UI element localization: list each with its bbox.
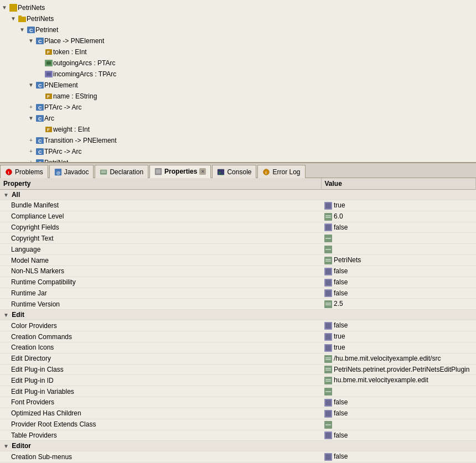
class-icon-petrinet: C (27, 25, 35, 34)
tree-node-petrinet-folder[interactable]: ▼ PetriNets (0, 13, 476, 24)
table-row[interactable]: Bundle Manifest true (0, 200, 476, 211)
svg-rect-91 (325, 433, 331, 438)
section-label-edit: Edit (12, 311, 24, 319)
section-row-editor[interactable]: ▼ Editor (0, 441, 476, 451)
toggle-petrinets[interactable]: ▼ (0, 3, 9, 13)
tree-node-name[interactable]: F name : EString (0, 91, 476, 102)
tree-node-petrinet-class[interactable]: + C PetriNet (0, 157, 476, 163)
table-row[interactable]: Copyright Text (0, 233, 476, 244)
toggle-petrinet[interactable]: ▼ (18, 25, 27, 35)
svg-rect-70 (325, 334, 331, 340)
tree-node-token[interactable]: F token : EInt (0, 46, 476, 58)
prop-value: false (321, 266, 476, 277)
prop-value: false (321, 430, 476, 441)
prop-value: false (321, 222, 476, 233)
toggle-transition[interactable]: + (27, 136, 35, 145)
toggle-place[interactable]: ▼ (27, 36, 35, 46)
tab-declaration[interactable]: Declaration (95, 165, 148, 178)
toggle-tparc[interactable]: + (27, 147, 35, 157)
tree-node-transition[interactable]: + C Transition -> PNElement (0, 135, 476, 146)
table-row[interactable]: Font Providers false (0, 397, 476, 408)
petrinets-icon (9, 3, 18, 12)
toggle-petrinet-class[interactable]: + (27, 158, 35, 163)
svg-rect-2 (18, 15, 22, 18)
tree-node-tparc[interactable]: + C TPArc -> Arc (0, 146, 476, 157)
table-row[interactable]: Edit Plug-in Variables (0, 386, 476, 397)
empty-value-icon (324, 388, 332, 396)
prop-value: true (321, 342, 476, 353)
tree-node-place[interactable]: ▼ C Place -> PNElement (0, 35, 476, 46)
table-row[interactable]: Model Name PetriNets (0, 255, 476, 266)
properties-table: Property Value ▼ All Bundle Manifest tru… (0, 178, 476, 463)
prop-name: Language (0, 244, 321, 255)
col-value-header: Value (321, 178, 476, 190)
section-toggle-editor[interactable]: ▼ (2, 443, 10, 449)
table-row[interactable]: Edit Plug-in Class PetriNets.petrinet.pr… (0, 364, 476, 375)
tree-node-petrinet[interactable]: ▼ C Petrinet (0, 24, 476, 35)
table-row[interactable]: Creation Sub-menus false (0, 451, 476, 462)
section-row-all[interactable]: ▼ All (0, 190, 476, 200)
prop-value: false (321, 397, 476, 408)
svg-text:C: C (38, 116, 42, 122)
table-row[interactable]: Compliance Level 6.0 (0, 211, 476, 222)
toggle-ptarc[interactable]: + (27, 102, 35, 112)
tree-node-arc[interactable]: ▼ C Arc (0, 113, 476, 124)
tree-node-ptarc[interactable]: + C PTArc -> Arc (0, 102, 476, 113)
tab-console[interactable]: >_ Console (212, 165, 256, 178)
prop-name: Copyright Fields (0, 222, 321, 233)
properties-panel: Property Value ▼ All Bundle Manifest tru… (0, 178, 476, 463)
prop-value (321, 244, 476, 255)
prop-name: Runtime Version (0, 299, 321, 310)
section-toggle-all[interactable]: ▼ (2, 192, 10, 198)
table-row[interactable]: Non-NLS Markers false (0, 266, 476, 277)
empty-value-icon (324, 421, 332, 429)
table-row[interactable]: Runtime Version 2.5 (0, 299, 476, 310)
tab-javadoc[interactable]: @ Javadoc (49, 165, 94, 178)
table-row[interactable]: Edit Directory /hu.bme.mit.velocityexamp… (0, 353, 476, 364)
table-row[interactable]: Creation Commands true (0, 331, 476, 342)
svg-rect-64 (324, 300, 332, 308)
section-toggle-edit[interactable]: ▼ (2, 312, 10, 318)
tree-node-pnelement[interactable]: ▼ C PNElement (0, 80, 476, 91)
svg-text:C: C (29, 28, 33, 33)
prop-name: Compliance Level (0, 211, 321, 222)
bool-value-icon (324, 202, 332, 210)
toggle-arc[interactable]: ▼ (27, 113, 35, 123)
table-row[interactable]: Creation Icons true (0, 342, 476, 353)
prop-value: false (321, 288, 476, 299)
tab-properties[interactable]: Properties × (149, 165, 211, 178)
path-value-icon (324, 377, 332, 384)
text-value-icon (324, 213, 332, 221)
tab-problems[interactable]: ! Problems (0, 165, 48, 178)
table-row[interactable]: Runtime Compatibility false (0, 277, 476, 288)
tree-label-token: token : EInt (53, 47, 87, 57)
table-row[interactable]: Provider Root Extends Class (0, 419, 476, 430)
section-row-edit[interactable]: ▼ Edit (0, 310, 476, 320)
tree-node-outgoingarcs[interactable]: outgoingArcs : PTArc (0, 58, 476, 69)
class-icon-ptarc: C (35, 103, 44, 112)
prop-value (321, 419, 476, 430)
prop-value: PetriNets.petrinet.provider.PetriNetsEdi… (321, 364, 476, 375)
tree-node-weight[interactable]: F weight : EInt (0, 124, 476, 135)
table-row[interactable]: Optimized Has Children false (0, 408, 476, 419)
table-row[interactable]: Color Providers false (0, 320, 476, 331)
tab-errorlog[interactable]: ! Error Log (257, 165, 305, 178)
toggle-pnelement[interactable]: ▼ (27, 80, 35, 90)
table-row[interactable]: Runtime Jar false (0, 288, 476, 299)
svg-rect-79 (324, 377, 332, 384)
prop-name: Optimized Has Children (0, 408, 321, 419)
table-row[interactable]: Language (0, 244, 476, 255)
tab-bar: ! Problems @ Javadoc Declaration Propert… (0, 163, 476, 178)
prop-name: Copyright Text (0, 233, 321, 244)
folder-icon-1 (18, 14, 27, 23)
tree-node-petrinets[interactable]: ▼ PetriNets (0, 2, 476, 13)
table-row[interactable]: Copyright Fields false (0, 222, 476, 233)
svg-text:C: C (38, 138, 42, 144)
ref-icon-incomingarcs (44, 70, 53, 79)
tree-node-incomingarcs[interactable]: incomingArcs : TPArc (0, 69, 476, 80)
tree-label-petrinet-folder: PetriNets (27, 14, 54, 24)
table-row[interactable]: Edit Plug-in ID hu.bme.mit.velocityexamp… (0, 375, 476, 386)
table-row[interactable]: Table Providers false (0, 430, 476, 441)
properties-tab-close[interactable]: × (199, 168, 206, 175)
toggle-petrinet-folder[interactable]: ▼ (9, 14, 18, 24)
